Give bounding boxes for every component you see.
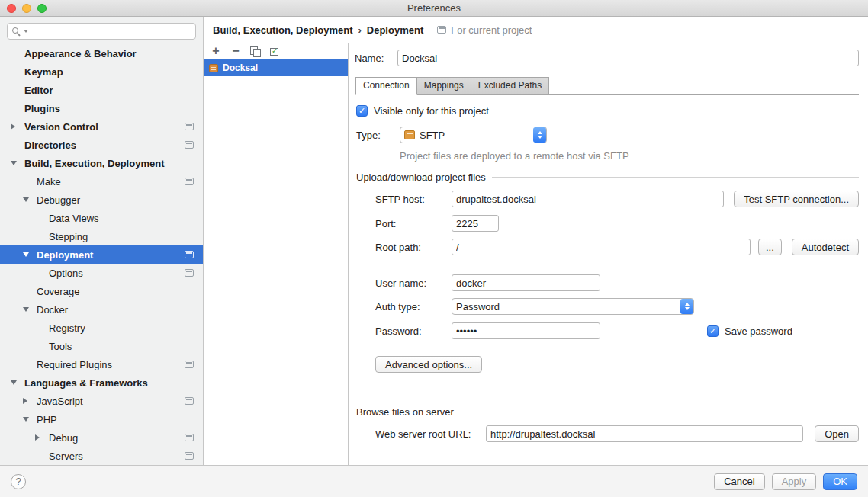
root-path-input[interactable] [452,239,751,255]
breadcrumb-row: Build, Execution, Deployment › Deploymen… [204,17,868,43]
chevron-down-icon[interactable] [23,417,29,422]
open-button[interactable]: Open [815,425,859,442]
sidebar-item-languages-frameworks[interactable]: Languages & Frameworks [0,374,203,392]
browse-root-path-button[interactable]: ... [758,239,782,255]
sidebar-item-required-plugins[interactable]: Required Plugins [0,355,203,374]
tab-connection[interactable]: Connection [355,77,417,95]
sidebar-item-php[interactable]: PHP [0,410,203,428]
sidebar-item-data-views[interactable]: Data Views [0,209,203,227]
chevron-down-icon[interactable] [23,252,29,257]
sidebar-item-stepping[interactable]: Stepping [0,227,203,245]
sidebar-item-registry[interactable]: Registry [0,319,203,337]
sidebar-item-directories[interactable]: Directories [0,136,203,154]
sidebar-item-servers[interactable]: Servers [0,447,203,465]
sidebar-item-tools[interactable]: Tools [0,337,203,355]
project-settings-icon [185,178,194,185]
tab-excluded-paths[interactable]: Excluded Paths [471,77,549,94]
web-root-input[interactable] [486,425,803,442]
section-divider [492,177,859,178]
help-button[interactable]: ? [11,474,26,489]
user-name-input[interactable] [452,274,600,291]
sidebar-item-deployment[interactable]: Deployment [0,245,203,264]
use-as-default-button[interactable] [269,46,279,56]
zoom-window-button[interactable] [37,4,47,13]
port-label: Port: [375,218,452,229]
sidebar-item-javascript[interactable]: JavaScript [0,392,203,410]
advanced-options-button[interactable]: Advanced options... [375,356,482,373]
sidebar-item-editor[interactable]: Editor [0,81,203,99]
sidebar-item-make[interactable]: Make [0,172,203,191]
sidebar-item-coverage[interactable]: Coverage [0,282,203,300]
window-title: Preferences [407,2,461,14]
sidebar-item-build-execution-deployment[interactable]: Build, Execution, Deployment [0,154,203,172]
sftp-host-label: SFTP host: [375,194,452,205]
close-window-button[interactable] [7,4,16,13]
remove-server-button[interactable]: − [230,46,241,56]
browse-section-title: Browse files on server [356,406,454,418]
cancel-button[interactable]: Cancel [714,473,764,490]
project-settings-icon [185,361,194,368]
project-settings-icon [185,452,194,460]
name-input[interactable] [397,50,859,66]
project-settings-icon [185,434,194,441]
server-list-toolbar: + − [204,43,348,59]
type-label: Type: [356,130,400,141]
user-name-label: User name: [375,277,452,289]
search-input[interactable] [7,23,196,40]
add-server-button[interactable]: + [211,46,221,56]
chevron-down-icon[interactable] [11,161,17,165]
sidebar-item-options[interactable]: Options [0,264,203,282]
dialog-footer: ? Cancel Apply OK [0,465,868,497]
password-label: Password: [375,325,452,337]
scope-indicator: For current project [437,24,532,36]
section-divider [460,412,859,412]
auth-type-value: Password [456,301,500,313]
chevron-down-icon[interactable] [23,197,29,202]
search-options-caret-icon[interactable] [24,30,28,33]
server-item-docksal[interactable]: Docksal [204,59,348,76]
test-sftp-connection-button[interactable]: Test SFTP connection... [734,191,859,207]
autodetect-button[interactable]: Autodetect [792,239,859,255]
apply-button[interactable]: Apply [772,473,817,490]
tab-mappings[interactable]: Mappings [416,77,471,94]
ok-button[interactable]: OK [823,473,857,490]
sftp-icon [404,130,415,139]
sidebar-item-debugger[interactable]: Debugger [0,191,203,209]
project-settings-icon [185,397,194,405]
sidebar-item-version-control[interactable]: Version Control [0,117,203,136]
port-input[interactable] [452,215,499,232]
sftp-host-input[interactable] [452,191,724,207]
type-select[interactable]: SFTP [400,127,547,143]
dropdown-stepper-icon [533,127,546,143]
copy-server-button[interactable] [250,46,260,56]
breadcrumb-separator: › [358,24,361,36]
visible-only-label: Visible only for this project [374,105,489,117]
chevron-right-icon[interactable] [11,123,15,130]
minimize-window-button[interactable] [22,4,31,13]
chevron-down-icon[interactable] [11,380,17,385]
sidebar-item-appearance-behavior[interactable]: Appearance & Behavior [0,44,203,63]
visible-only-checkbox[interactable]: ✓ [356,105,368,117]
sidebar-item-docker[interactable]: Docker [0,300,203,319]
sidebar-item-debug[interactable]: Debug [0,428,203,447]
project-settings-icon [185,141,194,149]
breadcrumb-deployment[interactable]: Deployment [367,24,423,36]
auth-type-select[interactable]: Password [452,298,694,315]
breadcrumb-build-execution-deployment[interactable]: Build, Execution, Deployment [213,24,352,36]
chevron-right-icon[interactable] [35,434,40,441]
project-settings-icon [185,251,194,258]
root-path-label: Root path: [375,242,452,253]
titlebar: Preferences [0,0,868,17]
save-password-checkbox[interactable]: ✓ [707,325,719,337]
project-settings-icon [185,269,194,277]
chevron-right-icon[interactable] [23,398,27,404]
password-input[interactable] [452,322,600,339]
save-password-label: Save password [725,325,792,337]
chevron-down-icon[interactable] [23,307,29,312]
type-hint: Project files are deployed to a remote h… [356,150,859,162]
sidebar-item-plugins[interactable]: Plugins [0,99,203,117]
preferences-window: Preferences Appearance & Behavior Keymap [0,0,868,497]
server-item-label: Docksal [223,63,258,73]
tabs: Connection Mappings Excluded Paths [355,77,859,95]
sidebar-item-keymap[interactable]: Keymap [0,63,203,81]
